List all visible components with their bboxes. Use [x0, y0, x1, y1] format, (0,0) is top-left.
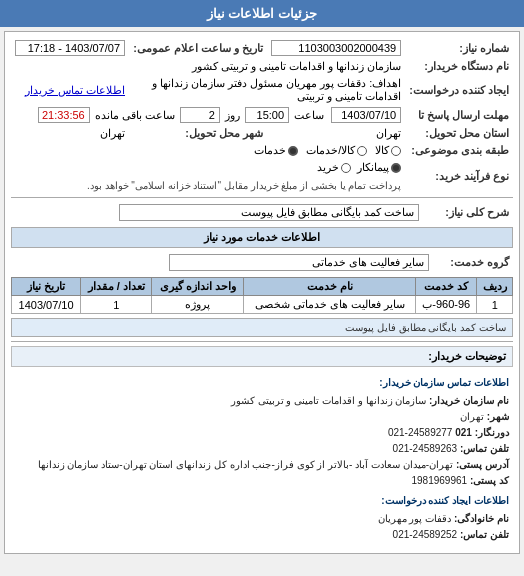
postal-value: 1981969961 [411, 475, 467, 486]
city-row: شهر: تهران [15, 409, 509, 425]
city-label: شهر محل تحویل: [129, 125, 267, 142]
requester-name-row: نام خانوادگی: دقفات پور مهریان [15, 511, 509, 527]
requester-tel-value: 24589252-021 [393, 529, 458, 540]
fax-label: تلفن تماس: [460, 443, 509, 454]
address-value: تهران-میدان سعادت آباد -بالاتر از کوی فر… [38, 459, 453, 470]
radio-kharid-label: خرید [317, 161, 339, 174]
col-header-count: تعداد / مقدار [81, 278, 152, 296]
address-label: آدرس پستی: [456, 459, 509, 470]
page-header: جزئیات اطلاعات نیاز [0, 0, 524, 27]
type-label: طبقه بندی موضوعی: [405, 142, 513, 159]
radio-peymankar-label: پیمانکار [357, 161, 389, 174]
radio-kharid-dot[interactable] [341, 163, 351, 173]
cell-name: سایر فعالیت های خدماتی شخصی [244, 296, 416, 314]
remaining-value: 21:33:56 [38, 107, 90, 123]
tel-label: دورنگار: 021 [455, 427, 509, 438]
fax-value: 24589263-021 [393, 443, 458, 454]
radio-kala-khadamat[interactable]: کالا/خدمات [306, 144, 367, 157]
contact-link[interactable]: اطلاعات تماس خریدار [11, 75, 129, 105]
address-row: آدرس پستی: تهران-میدان سعادت آباد -بالات… [15, 457, 509, 473]
date-label: تاریخ و ساعت اعلام عمومی: [129, 38, 267, 58]
requester-tel-row: تلفن تماس: 24589252-021 [15, 527, 509, 543]
radio-kala[interactable]: کالا [375, 144, 401, 157]
cell-row: 1 [477, 296, 513, 314]
group-label: گروه خدمت: [433, 252, 513, 273]
col-header-unit: واحد اندازه گیری [152, 278, 244, 296]
delivery-place-label: استان محل تحویل: [405, 125, 513, 142]
purchase-note: پرداخت تمام یا بخشی از مبلغ خریدار مقابل… [87, 180, 401, 191]
requester-tel-label: تلفن تماس: [460, 529, 509, 540]
footer-note: ساخت کمد بایگانی مطابق فایل پیوست [11, 318, 513, 337]
requester-name-value: دقفات پور مهریان [378, 513, 452, 524]
org-name-label: نام سازمان خریدار: [429, 395, 509, 406]
sharh-koll-value: ساخت کمد بایگانی مطابق فایل پیوست [11, 202, 423, 223]
info-block: اطلاعات تماس سازمان خریدار: نام سازمان خ… [11, 371, 513, 547]
sharh-koll-label: شرح کلی نیاز: [423, 202, 513, 223]
radio-kharid[interactable]: خرید [317, 161, 351, 174]
org-name-value: سازمان زندانها و اقدامات تامینی و تربیتی… [231, 395, 426, 406]
radio-khadamat[interactable]: خدمات [254, 144, 298, 157]
supply-contact-title: اطلاعات تماس سازمان خریدار: [15, 375, 509, 391]
main-container: شماره نیاز: 1103003002000439 تاریخ و ساع… [4, 31, 520, 554]
separator-1 [11, 197, 513, 198]
cell-code: 960-96-ب [416, 296, 477, 314]
radio-kala-khadamat-dot[interactable] [357, 146, 367, 156]
cell-count: 1 [81, 296, 152, 314]
date-box: 1403/07/07 - 17:18 [15, 40, 125, 56]
city-info-value: تهران [460, 411, 484, 422]
purpose-value: اهداف: دقفات پور مهریان مسئول دفتر سازما… [129, 75, 405, 105]
order-number-label: شماره نیاز: [405, 38, 513, 58]
fax-row: تلفن تماس: 24589263-021 [15, 441, 509, 457]
radio-peymankar-dot[interactable] [391, 163, 401, 173]
tel-value: 24589277-021 [388, 427, 453, 438]
delivery-date-row: 1403/07/10 ساعت 15:00 روز 2 ساعت باقی ما… [11, 105, 405, 125]
radio-kala-khadamat-label: کالا/خدمات [306, 144, 355, 157]
col-header-code: کد خدمت [416, 278, 477, 296]
header-title: جزئیات اطلاعات نیاز [207, 6, 317, 21]
khadamat-section-title: اطلاعات خدمات مورد نیاز [11, 227, 513, 248]
day-label: روز [225, 109, 240, 121]
purchase-type-row: پیمانکار خرید پرداخت تمام یا بخشی از مبل… [11, 159, 405, 193]
delivery-date-value: 1403/07/10 [331, 107, 401, 123]
footer-note-text: ساخت کمد بایگانی مطابق فایل پیوست [345, 322, 506, 333]
radio-khadamat-dot[interactable] [288, 146, 298, 156]
date-value: 1403/07/07 - 17:18 [11, 38, 129, 58]
info-table: شماره نیاز: 1103003002000439 تاریخ و ساع… [11, 38, 513, 193]
delivery-date-label: مهلت ارسال پاسخ تا [405, 105, 513, 125]
requester-name-label: نام خانوادگی: [454, 513, 509, 524]
type-radio-group: کالا کالا/خدمات خدمات [11, 142, 405, 159]
delivery-place-value: تهران [267, 125, 405, 142]
cell-date: 1403/07/10 [12, 296, 81, 314]
tel-row: دورنگار: 021 24589277-021 [15, 425, 509, 441]
table-row: 1960-96-بسایر فعالیت های خدماتی شخصیپروژ… [12, 296, 513, 314]
postal-label: کد پستی: [470, 475, 509, 486]
org-label: نام دستگاه خریدار: [405, 58, 513, 75]
radio-khadamat-label: خدمات [254, 144, 286, 157]
purchase-type-label: نوع فرآیند خرید: [405, 159, 513, 193]
purpose-label: ایجاد کننده درخواست: [405, 75, 513, 105]
col-header-name: نام خدمت [244, 278, 416, 296]
services-table: ردیف کد خدمت نام خدمت واحد اندازه گیری ت… [11, 277, 513, 314]
time-value: 15:00 [245, 107, 289, 123]
cell-unit: پروژه [152, 296, 244, 314]
separator-2 [11, 341, 513, 342]
radio-kala-label: کالا [375, 144, 389, 157]
radio-kala-dot[interactable] [391, 146, 401, 156]
col-header-row: ردیف [477, 278, 513, 296]
org-value: سازمان زندانها و اقدامات تامینی و تربیتی… [11, 58, 405, 75]
khadamat-table: گروه خدمت: سایر فعالیت های خدماتی [11, 252, 513, 273]
sharh-value-box[interactable]: ساخت کمد بایگانی مطابق فایل پیوست [119, 204, 419, 221]
group-value: سایر فعالیت های خدماتی [11, 252, 433, 273]
day-value: 2 [180, 107, 220, 123]
org-name-row: نام سازمان خریدار: سازمان زندانها و اقدا… [15, 393, 509, 409]
time-label: ساعت [294, 109, 324, 121]
requester-title: اطلاعات ایجاد کننده درخواست: [15, 493, 509, 509]
order-number-value: 1103003002000439 [267, 38, 405, 58]
postal-row: کد پستی: 1981969961 [15, 473, 509, 489]
remaining-label: ساعت باقی مانده [95, 109, 175, 121]
radio-peymankar[interactable]: پیمانکار [357, 161, 401, 174]
city-info-label: شهر: [487, 411, 509, 422]
col-header-date: تاریخ نیاز [12, 278, 81, 296]
city-value: تهران [11, 125, 129, 142]
supplier-info-title: توضیحات خریدار: [11, 346, 513, 367]
